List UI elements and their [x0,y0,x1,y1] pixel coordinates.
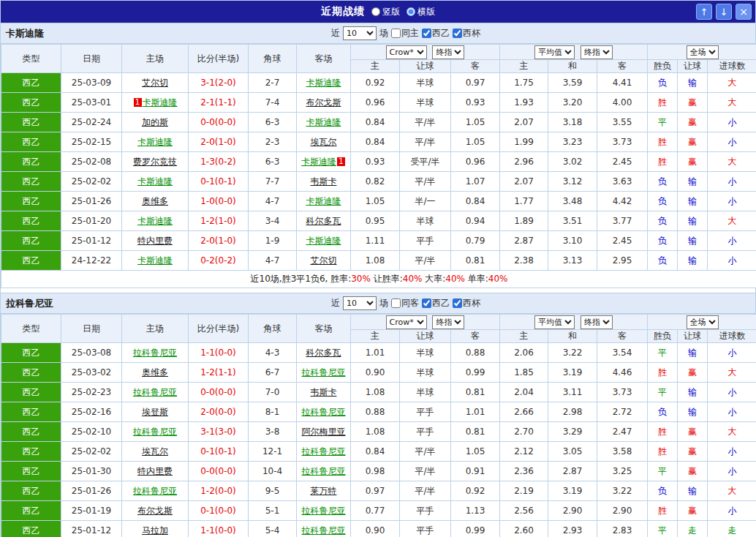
team-link[interactable]: 卡斯迪隆 [137,176,173,187]
move-down-button[interactable]: ↓ [716,4,732,20]
handicap-line: 平/半 [400,462,451,481]
away-team-cell: 卡斯迪隆1 [297,152,351,172]
league-segunda-checkbox[interactable] [422,298,431,308]
average-select[interactable]: 平均值 [534,45,575,59]
corners-cell: 4-7 [249,251,297,271]
away-odds: 1.07 [451,172,500,192]
team-link[interactable]: 布尔戈斯 [137,506,173,516]
score-cell: 1-1(0-0) [189,521,249,537]
handicap-result: 输 [678,402,708,422]
team-link[interactable]: 埃瓦尔 [142,446,168,457]
stat-label: 大率: [422,274,445,284]
team-link[interactable]: 布尔戈斯 [306,97,341,108]
score-cell: 3-1(3-0) [189,422,249,442]
team-link[interactable]: 卡斯迪隆 [137,216,173,226]
team-link[interactable]: 阿尔梅里亚 [302,427,346,437]
league-cup-checkbox[interactable] [453,29,462,38]
team-link[interactable]: 科尔多瓦 [306,348,341,358]
team-link[interactable]: 卡斯迪隆 [306,78,341,88]
team-link[interactable]: 拉科鲁尼亚 [133,348,177,358]
team-link[interactable]: 卡斯迪隆 [137,137,173,147]
team-link[interactable]: 卡斯迪隆 [306,196,341,206]
league-segunda-option[interactable]: 西乙 [422,297,450,309]
team-link[interactable]: 拉科鲁尼亚 [302,407,346,417]
match-result: 负 [648,192,678,211]
match-result: 胜 [648,422,678,442]
corners-cell: 7-0 [249,383,297,402]
team-link[interactable]: 奥维多 [142,196,168,206]
team-link[interactable]: 卡斯迪隆 [143,97,178,108]
average-final-select[interactable]: 终指 [581,45,613,59]
team-link[interactable]: 拉科鲁尼亚 [133,486,177,496]
team-link[interactable]: 韦斯卡 [311,176,337,187]
team-link[interactable]: 特内里费 [137,466,173,476]
same-venue-checkbox[interactable] [391,29,401,38]
team-link[interactable]: 卡斯迪隆 [306,117,341,127]
team-link[interactable]: 埃瓦尔 [311,137,337,147]
away-odds: 0.92 [451,481,500,501]
recent-count-select[interactable]: 10 [343,26,377,40]
layout-horizontal-radio[interactable] [407,7,415,16]
match-row: 西乙25-02-24加的斯0-0(0-0)6-3卡斯迪隆0.84平/半1.052… [1,113,756,132]
average-final-select[interactable]: 终指 [581,315,613,329]
league-cup-option[interactable]: 西杯 [453,27,480,40]
league-segunda-option[interactable]: 西乙 [422,27,450,40]
league-cup-checkbox[interactable] [453,298,462,308]
team-link[interactable]: 奥维多 [142,367,168,378]
odds-final-select[interactable]: 终指 [432,315,464,329]
score-cell: 2-0(0-0) [189,402,249,422]
recent-results-window: 近期战绩 竖版 横版 ↑ ↓ × 卡斯迪隆 近 10 场 [0,0,756,537]
layout-vertical-radio[interactable] [371,7,380,16]
home-odds: 0.77 [351,501,400,521]
team-link[interactable]: 拉科鲁尼亚 [302,446,346,457]
layout-horizontal-option[interactable]: 横版 [407,6,435,18]
odds-company-select[interactable]: Crow* [386,315,427,329]
team-link[interactable]: 科尔多瓦 [306,216,341,226]
team-link[interactable]: 拉科鲁尼亚 [133,387,177,397]
team-link[interactable]: 莱万特 [311,486,337,496]
same-venue-option[interactable]: 同客 [391,297,419,309]
home-odds: 1.08 [351,251,400,271]
team-link[interactable]: 韦斯卡 [311,387,337,397]
team-link[interactable]: 马拉加 [142,525,168,536]
score-cell: 0-2(0-2) [189,251,249,271]
average-select[interactable]: 平均值 [534,315,575,329]
team-link[interactable]: 拉科鲁尼亚 [302,525,346,536]
team-link[interactable]: 艾尔切 [311,255,337,266]
goals-result: 小 [708,383,756,402]
same-venue-checkbox[interactable] [391,298,401,308]
move-up-button[interactable]: ↑ [696,4,712,20]
league-badge: 西乙 [1,211,61,231]
team-link[interactable]: 卡斯迪隆 [306,236,341,246]
col-corners: 角球 [249,315,297,343]
corners-cell: 7-4 [249,93,297,113]
team-link[interactable]: 拉科鲁尼亚 [133,427,177,437]
down-arrow-icon: ↓ [720,7,728,18]
same-venue-option[interactable]: 同主 [391,27,419,40]
league-cup-option[interactable]: 西杯 [453,297,480,309]
team-link[interactable]: 埃登斯 [142,407,168,417]
team-link[interactable]: 拉科鲁尼亚 [302,506,346,516]
league-badge: 西乙 [1,231,61,251]
odds-company-select[interactable]: Crow* [386,45,427,59]
team-link[interactable]: 卡斯迪隆 [301,157,336,167]
odds-final-select[interactable]: 终指 [432,45,464,59]
team-link[interactable]: 卡斯迪隆 [137,255,173,266]
team-link[interactable]: 艾尔切 [142,78,168,88]
close-button[interactable]: × [736,4,752,20]
away-odds: 0.96 [451,152,500,172]
odds-group-header: Crow* 终指 [351,45,500,60]
away-team-cell: 莱万特 [297,481,351,501]
full-match-select[interactable]: 全场 [687,315,719,329]
league-segunda-checkbox[interactable] [422,29,431,38]
layout-vertical-option[interactable]: 竖版 [371,6,400,18]
col-avg-home: 主 [500,60,548,73]
team-link[interactable]: 拉科鲁尼亚 [302,367,346,378]
recent-count-select[interactable]: 10 [343,296,377,310]
team-link[interactable]: 加的斯 [142,117,168,127]
full-match-select[interactable]: 全场 [687,45,719,59]
team-link[interactable]: 特内里费 [137,236,173,246]
team-link[interactable]: 拉科鲁尼亚 [302,466,346,476]
home-team-cell: 拉科鲁尼亚 [122,481,189,501]
team-link[interactable]: 费罗尔竞技 [133,157,177,167]
